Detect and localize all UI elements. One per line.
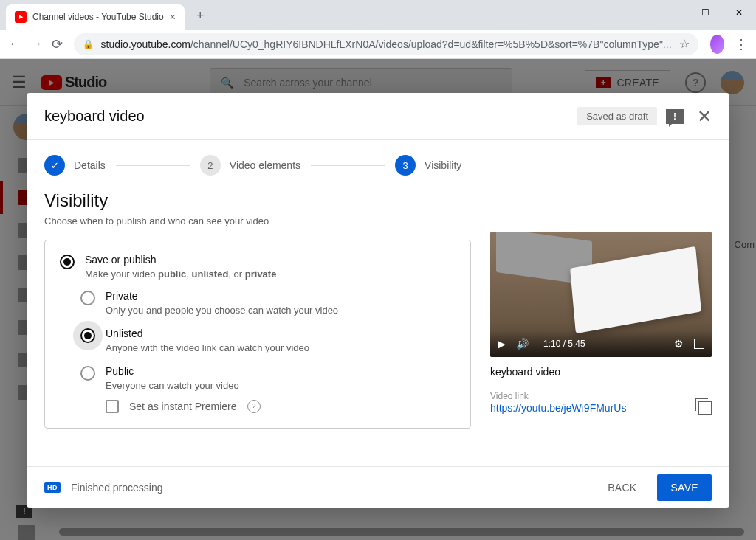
modal-footer: HD Finished processing BACK SAVE [27,466,729,508]
forward-nav-icon: → [27,32,46,56]
step-video-elements[interactable]: 2 Video elements [200,155,300,176]
upload-visibility-modal: keyboard video Saved as draft ✕ ✓ Detail… [27,93,729,508]
public-radio[interactable]: Public Everyone can watch your video Set… [80,365,456,413]
radio-icon [80,328,95,343]
radio-title: Private [106,290,456,302]
save-or-publish-radio[interactable]: Save or publish Make your video public, … [60,254,456,280]
lock-icon: 🔒 [83,39,94,49]
browser-menu-icon[interactable]: ⋮ [732,36,750,52]
modal-body: Visibility Choose when to publish and wh… [27,183,729,466]
copy-link-icon[interactable] [698,401,712,415]
radio-desc: Everyone can watch your video [106,380,456,391]
back-nav-icon[interactable]: ← [6,32,24,56]
step-check-icon: ✓ [44,155,65,176]
step-number: 2 [200,155,221,176]
tab-title: Channel videos - YouTube Studio [32,12,164,22]
step-visibility[interactable]: 3 Visibility [395,155,461,176]
video-time: 1:10 / 5:45 [543,339,585,349]
modal-title: keyboard video [44,108,568,125]
minimize-button[interactable]: — [654,0,688,25]
preview-video-title: keyboard video [490,366,712,378]
video-preview-panel: ▶ 🔊 1:10 / 5:45 ⚙ keyboard video Video l… [490,190,712,466]
modal-header: keyboard video Saved as draft ✕ [27,93,729,140]
private-radio[interactable]: Private Only you and people you choose c… [80,290,456,316]
unlisted-radio[interactable]: Unlisted Anyone with the video link can … [80,328,456,353]
video-player[interactable]: ▶ 🔊 1:10 / 5:45 ⚙ [490,232,712,357]
settings-gear-icon[interactable]: ⚙ [674,338,684,350]
browser-toolbar: ← → ⟳ 🔒 studio.youtube.com/channel/UCy0_… [0,30,756,59]
feedback-icon[interactable] [666,109,684,124]
radio-title: Public [106,365,456,377]
radio-icon [80,291,95,305]
step-label: Visibility [425,159,461,171]
radio-desc: Anyone with the video link can watch you… [106,342,456,353]
radio-title: Unlisted [106,328,456,339]
volume-icon[interactable]: 🔊 [516,338,529,350]
tab-close-icon[interactable]: × [170,11,176,23]
draft-status-badge: Saved as draft [577,107,657,125]
back-button[interactable]: BACK [597,474,647,501]
checkbox-label: Set as instant Premiere [129,401,237,412]
checkbox-icon [106,400,119,413]
radio-icon [60,255,75,269]
video-link[interactable]: https://youtu.be/jeWi9FMurUs [490,402,626,414]
instant-premiere-checkbox[interactable]: Set as instant Premiere ? [106,400,456,413]
address-bar[interactable]: 🔒 studio.youtube.com/channel/UCy0_hgRIY6… [74,33,698,55]
video-controls: ▶ 🔊 1:10 / 5:45 ⚙ [490,330,712,357]
fullscreen-icon[interactable] [694,339,704,349]
browser-profile-icon[interactable] [710,35,725,54]
play-icon[interactable]: ▶ [498,338,506,350]
close-modal-icon[interactable]: ✕ [697,106,712,127]
stepper: ✓ Details 2 Video elements 3 Visibility [27,140,729,183]
radio-desc: Make your video public, unlisted, or pri… [85,269,456,280]
close-window-button[interactable]: ✕ [722,0,756,25]
step-details[interactable]: ✓ Details [44,155,106,176]
reload-icon[interactable]: ⟳ [48,32,66,56]
browser-tab-strip: Channel videos - YouTube Studio × + — ☐ … [0,0,756,30]
window-controls: — ☐ ✕ [654,0,756,25]
step-connector [311,165,385,166]
url-text: studio.youtube.com/channel/UCy0_hgRIY6IB… [101,38,672,50]
section-title: Visibility [44,190,471,211]
step-label: Video elements [230,159,300,171]
radio-title: Save or publish [85,254,456,266]
processing-status: Finished processing [71,482,163,494]
radio-icon [80,366,95,381]
maximize-button[interactable]: ☐ [688,0,722,25]
bookmark-star-icon[interactable]: ☆ [679,37,690,51]
video-link-label: Video link [490,391,712,401]
browser-tab[interactable]: Channel videos - YouTube Studio × [6,4,185,30]
help-tooltip-icon[interactable]: ? [247,400,261,413]
save-or-publish-box: Save or publish Make your video public, … [44,240,471,429]
hd-badge: HD [44,482,61,493]
new-tab-button[interactable]: + [190,5,210,27]
step-connector [116,165,190,166]
step-label: Details [74,159,106,171]
step-number: 3 [395,155,416,176]
radio-desc: Only you and people you choose can watch… [106,305,456,316]
visibility-form: Visibility Choose when to publish and wh… [44,190,471,466]
youtube-favicon [15,11,27,23]
save-button[interactable]: SAVE [657,474,712,501]
section-subtitle: Choose when to publish and who can see y… [44,215,471,226]
